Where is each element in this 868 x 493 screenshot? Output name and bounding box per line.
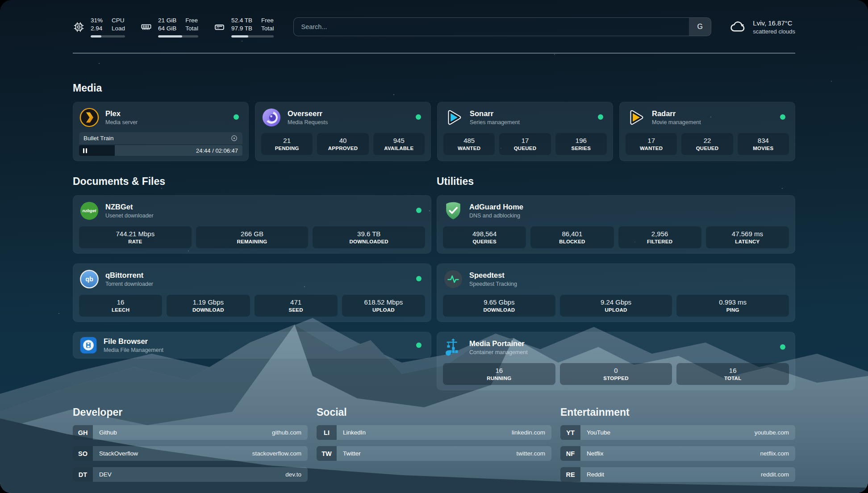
bookmarks-social: Social LI LinkedIn linkedin.com TW Twitt… xyxy=(317,405,551,467)
memory-progress-bar xyxy=(158,35,198,38)
bookmark-reddit[interactable]: RE Reddit reddit.com xyxy=(560,467,795,482)
disk-free-value: 52.4 TB xyxy=(231,17,252,25)
cpu-label: CPU xyxy=(112,17,125,25)
stat-remaining: 266 GBREMAINING xyxy=(196,226,309,248)
snow-overlay xyxy=(0,0,2,2)
svg-text:nzbget: nzbget xyxy=(83,208,97,213)
section-title-media: Media xyxy=(73,81,795,95)
app-card-nzbget[interactable]: nzbget NZBGet Usenet downloader 744.21 M… xyxy=(73,195,431,254)
app-description: Speedtest Tracking xyxy=(469,280,517,288)
app-description: Media Requests xyxy=(288,119,328,126)
svg-text:qb: qb xyxy=(85,276,93,283)
radarr-icon xyxy=(626,107,646,128)
stat-approved: 40APPROVED xyxy=(317,133,368,155)
bookmark-github[interactable]: GH Github github.com xyxy=(73,425,308,440)
bookmark-url: netflix.com xyxy=(760,446,795,461)
app-card-adguard[interactable]: AdGuard Home DNS and adblocking 498,564Q… xyxy=(437,195,795,254)
app-description: Container management xyxy=(469,349,528,356)
stat-latency: 47.569 msLATENCY xyxy=(706,226,789,248)
top-bar: 31% 2.94 CPU Load xyxy=(73,0,795,41)
qbittorrent-icon: qb xyxy=(79,269,100,289)
bookmark-youtube[interactable]: YT YouTube youtube.com xyxy=(560,425,795,440)
app-name: Plex xyxy=(105,109,138,118)
app-card-portainer[interactable]: Media Portainer Container management 16R… xyxy=(437,332,795,390)
memory-free-label: Free xyxy=(185,17,198,25)
bookmark-url: dev.to xyxy=(285,467,308,482)
session-icon[interactable] xyxy=(230,134,238,142)
disk-progress-bar xyxy=(231,35,274,38)
app-card-speedtest[interactable]: Speedtest Speedtest Tracking 9.65 GbpsDO… xyxy=(437,263,795,322)
sonarr-icon xyxy=(443,107,464,128)
now-playing-row: Bullet Train xyxy=(79,132,242,144)
search-input[interactable] xyxy=(294,18,689,36)
app-description: Media server xyxy=(105,119,138,126)
pause-icon[interactable] xyxy=(83,148,87,153)
stat-leech: 16LEECH xyxy=(79,295,162,317)
bookmark-abbr: GH xyxy=(73,425,93,440)
stat-queued: 22QUEUED xyxy=(681,133,733,155)
bookmark-name: LinkedIn xyxy=(337,425,512,440)
app-card-filebrowser[interactable]: File Browser Media File Management xyxy=(73,332,431,359)
stat-queued: 17QUEUED xyxy=(499,133,551,155)
bookmark-abbr: LI xyxy=(317,425,337,440)
weather-widget[interactable]: Lviv, 16.87°C scattered clouds xyxy=(729,18,795,36)
search-bar: G xyxy=(293,17,711,36)
playback-elapsed-fill xyxy=(79,145,115,156)
overseerr-icon xyxy=(261,107,282,128)
status-dot-online xyxy=(780,344,785,350)
app-card-sonarr[interactable]: Sonarr Series management 485WANTED 17QUE… xyxy=(437,102,613,161)
bookmark-name: Reddit xyxy=(580,467,761,482)
utilities-column: Utilities AdGuard Home DNS and adblockin… xyxy=(437,175,795,390)
bookmark-dev[interactable]: DT DEV dev.to xyxy=(73,467,308,482)
app-description: Movie management xyxy=(652,119,701,126)
stat-rate: 744.21 MbpsRATE xyxy=(79,226,192,248)
weather-condition: scattered clouds xyxy=(753,28,795,35)
stat-running: 16RUNNING xyxy=(443,363,555,385)
stat-wanted: 485WANTED xyxy=(443,133,495,155)
bookmark-twitter[interactable]: TW Twitter twitter.com xyxy=(317,446,551,461)
stat-upload: 9.24 GbpsUPLOAD xyxy=(560,295,672,317)
playback-progress-bar[interactable]: 24:44 / 02:06:47 xyxy=(79,145,242,156)
app-card-qbittorrent[interactable]: qb qBittorrent Torrent downloader 16LEEC… xyxy=(73,263,431,322)
bookmarks-entertainment: Entertainment YT YouTube youtube.com NF … xyxy=(560,405,795,488)
stat-series: 196SERIES xyxy=(555,133,607,155)
section-title-utilities: Utilities xyxy=(437,175,795,188)
app-name: Speedtest xyxy=(469,271,517,280)
hard-drive-icon xyxy=(213,21,225,33)
app-card-radarr[interactable]: Radarr Movie management 17WANTED 22QUEUE… xyxy=(619,102,795,161)
disk-stat: 52.4 TB 97.9 TB Free Total xyxy=(213,17,274,38)
stat-filtered: 2,956FILTERED xyxy=(618,226,701,248)
bookmark-url: stackoverflow.com xyxy=(252,446,308,461)
plex-icon xyxy=(79,107,100,128)
bookmark-stackoverflow[interactable]: SO StackOverflow stackoverflow.com xyxy=(73,446,308,461)
search-engine-button[interactable]: G xyxy=(689,18,711,36)
app-card-plex[interactable]: Plex Media server Bullet Train 24:44 / 0… xyxy=(73,102,249,161)
app-description: Media File Management xyxy=(104,347,163,354)
bookmark-url: github.com xyxy=(272,425,308,440)
bookmark-linkedin[interactable]: LI LinkedIn linkedin.com xyxy=(317,425,551,440)
app-name: Radarr xyxy=(652,109,701,118)
app-card-overseerr[interactable]: Overseerr Media Requests 21PENDING 40APP… xyxy=(255,102,431,161)
section-title-social: Social xyxy=(317,405,551,419)
disk-progress-fill xyxy=(231,35,248,38)
bookmark-netflix[interactable]: NF Netflix netflix.com xyxy=(560,446,795,461)
cpu-progress-bar xyxy=(91,35,125,38)
header-divider xyxy=(73,53,795,54)
stat-queries: 498,564QUERIES xyxy=(443,226,526,248)
stat-wanted: 17WANTED xyxy=(626,133,677,155)
bookmark-abbr: TW xyxy=(317,446,337,461)
filebrowser-icon xyxy=(79,336,98,355)
bookmark-abbr: RE xyxy=(560,467,580,482)
speedtest-icon xyxy=(443,269,463,289)
memory-icon xyxy=(140,21,152,33)
cpu-load-value: 2.94 xyxy=(91,25,103,33)
app-name: AdGuard Home xyxy=(469,202,523,212)
playback-time: 24:44 / 02:06:47 xyxy=(196,145,238,156)
stat-seed: 471SEED xyxy=(255,295,338,317)
status-dot-online xyxy=(416,208,421,213)
bookmark-name: Netflix xyxy=(580,446,760,461)
app-description: Usenet downloader xyxy=(105,212,154,220)
status-dot-online xyxy=(416,276,421,281)
stat-upload: 618.52 MbpsUPLOAD xyxy=(342,295,425,317)
disk-free-label: Free xyxy=(261,17,274,25)
